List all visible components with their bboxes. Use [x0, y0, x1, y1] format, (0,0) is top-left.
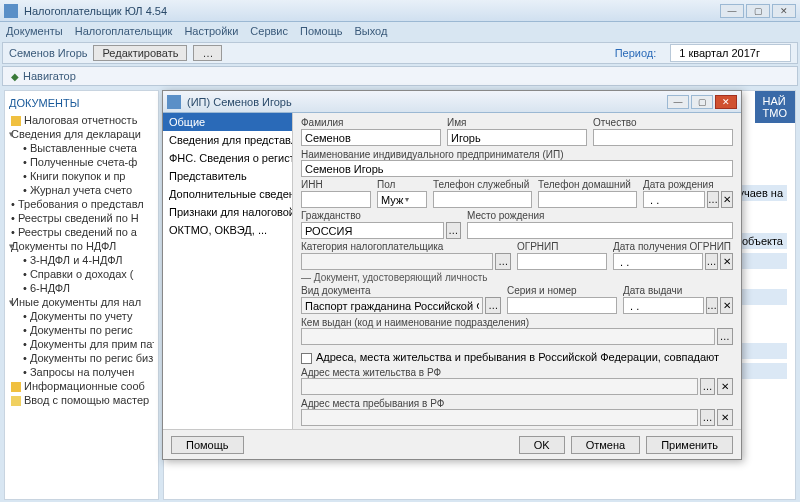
- dialog-minimize-button[interactable]: —: [667, 95, 689, 109]
- dob-input[interactable]: [643, 191, 705, 208]
- sidebar-heading: ДОКУМЕНТЫ: [9, 97, 154, 109]
- ogrnip-date-clear[interactable]: ✕: [720, 253, 733, 270]
- collapse-icon[interactable]: ▾: [9, 241, 14, 251]
- maximize-button[interactable]: ▢: [746, 4, 770, 18]
- addresses-same-row[interactable]: Адреса, места жительства и пребывания в …: [301, 351, 733, 364]
- issued-by-lookup[interactable]: …: [717, 328, 733, 345]
- ok-button[interactable]: OK: [519, 436, 565, 454]
- ogrnip-date-picker[interactable]: …: [705, 253, 718, 270]
- collapse-icon[interactable]: ▾: [9, 297, 14, 307]
- current-user: Семенов Игорь: [9, 47, 87, 59]
- document-section-label: — Документ, удостоверяющий личность: [301, 272, 733, 283]
- tree-item[interactable]: • Документы по регис: [9, 323, 154, 337]
- help-button[interactable]: Помощь: [171, 436, 244, 454]
- cancel-button[interactable]: Отмена: [571, 436, 640, 454]
- menu-help[interactable]: Помощь: [300, 25, 343, 37]
- issued-by-input[interactable]: [301, 328, 715, 345]
- dob-clear-button[interactable]: ✕: [721, 191, 733, 208]
- navigator-bar[interactable]: ◆ Навигатор: [2, 66, 798, 86]
- menu-service[interactable]: Сервис: [250, 25, 288, 37]
- collapse-icon[interactable]: ▾: [9, 129, 14, 139]
- tree-item[interactable]: Информационные сооб: [9, 379, 154, 393]
- citizenship-label: Гражданство: [301, 210, 461, 221]
- live-address-input[interactable]: [301, 409, 698, 426]
- tree-item[interactable]: • 3-НДФЛ и 4-НДФЛ: [9, 253, 154, 267]
- dialog-close-button[interactable]: ✕: [715, 95, 737, 109]
- ogrnip-date-input[interactable]: [613, 253, 703, 270]
- category-input[interactable]: [301, 253, 493, 270]
- sex-select[interactable]: Муж▾: [377, 191, 427, 208]
- tree-item[interactable]: • Требования о представл: [9, 197, 154, 211]
- dialog-title: (ИП) Семенов Игорь: [187, 96, 665, 108]
- tree-item[interactable]: • 6-НДФЛ: [9, 281, 154, 295]
- inn-input[interactable]: [301, 191, 371, 208]
- reg-address-clear[interactable]: ✕: [717, 378, 733, 395]
- toolbar: Семенов Игорь Редактировать … Период: 1 …: [2, 42, 798, 64]
- ogrnip-label: ОГРНИП: [517, 241, 607, 252]
- serial-input[interactable]: [507, 297, 617, 314]
- tree-item[interactable]: • Справки о доходах (: [9, 267, 154, 281]
- tree-item[interactable]: • Документы для прим патентной системы: [9, 337, 154, 351]
- minimize-button[interactable]: —: [720, 4, 744, 18]
- firstname-input[interactable]: [447, 129, 587, 146]
- nav-representative[interactable]: Представитель: [163, 167, 292, 185]
- apply-button[interactable]: Применить: [646, 436, 733, 454]
- menu-settings[interactable]: Настройки: [184, 25, 238, 37]
- nav-fns[interactable]: ФНС. Сведения о регистра: [163, 149, 292, 167]
- menu-documents[interactable]: Документы: [6, 25, 63, 37]
- nav-tax-flags[interactable]: Признаки для налоговой: [163, 203, 292, 221]
- tree-item[interactable]: Налоговая отчетность: [9, 113, 154, 127]
- tree-item[interactable]: Ввод с помощью мастер: [9, 393, 154, 407]
- menu-exit[interactable]: Выход: [355, 25, 388, 37]
- nav-oktmo[interactable]: ОКТМО, ОКВЭД, ...: [163, 221, 292, 239]
- tree-item[interactable]: • Документы по регис бизнеса: [9, 351, 154, 365]
- more-button[interactable]: …: [193, 45, 222, 61]
- surname-input[interactable]: [301, 129, 441, 146]
- home-phone-input[interactable]: [538, 191, 637, 208]
- nav-general[interactable]: Общие: [163, 113, 292, 131]
- tree-item[interactable]: • Реестры сведений по Н: [9, 211, 154, 225]
- home-phone-label: Телефон домашний: [538, 179, 637, 190]
- tree-item[interactable]: • Запросы на получен: [9, 365, 154, 379]
- tree-item[interactable]: • Журнал учета счето: [9, 183, 154, 197]
- tree-item[interactable]: • Документы по учету: [9, 309, 154, 323]
- doc-type-input[interactable]: [301, 297, 483, 314]
- ip-name-input[interactable]: [301, 160, 733, 177]
- tree-item[interactable]: ▾Сведения для деклараци: [9, 127, 154, 141]
- category-lookup-button[interactable]: …: [495, 253, 511, 270]
- tree-item[interactable]: ▾Документы по НДФЛ: [9, 239, 154, 253]
- citizenship-lookup-button[interactable]: …: [446, 222, 461, 239]
- reg-address-lookup[interactable]: …: [700, 378, 716, 395]
- work-phone-input[interactable]: [433, 191, 532, 208]
- live-address-lookup[interactable]: …: [700, 409, 716, 426]
- tree-item[interactable]: • Книги покупок и пр: [9, 169, 154, 183]
- tree-item[interactable]: • Реестры сведений по а: [9, 225, 154, 239]
- tree-item[interactable]: • Полученные счета-ф: [9, 155, 154, 169]
- patronymic-input[interactable]: [593, 129, 733, 146]
- addresses-same-checkbox[interactable]: [301, 353, 312, 364]
- birthplace-input[interactable]: [467, 222, 733, 239]
- dialog-titlebar: (ИП) Семенов Игорь — ▢ ✕: [163, 91, 741, 113]
- dob-picker-button[interactable]: …: [707, 191, 719, 208]
- issue-date-clear[interactable]: ✕: [720, 297, 733, 314]
- issued-by-label: Кем выдан (код и наименование подразделе…: [301, 317, 529, 328]
- doc-type-label: Вид документа: [301, 285, 501, 296]
- close-button[interactable]: ✕: [772, 4, 796, 18]
- citizenship-input[interactable]: [301, 222, 444, 239]
- tree-item[interactable]: ▾Иные документы для нал: [9, 295, 154, 309]
- issue-date-picker[interactable]: …: [706, 297, 719, 314]
- doc-type-lookup[interactable]: …: [485, 297, 501, 314]
- nav-submit-info[interactable]: Сведения для представл: [163, 131, 292, 149]
- period-selector[interactable]: 1 квартал 2017г: [670, 44, 791, 62]
- tree-item[interactable]: • Выставленные счета: [9, 141, 154, 155]
- dialog-maximize-button[interactable]: ▢: [691, 95, 713, 109]
- reg-address-input[interactable]: [301, 378, 698, 395]
- nav-additional[interactable]: Дополнительные сведения: [163, 185, 292, 203]
- issue-date-input[interactable]: [623, 297, 704, 314]
- menu-taxpayer[interactable]: Налогоплательщик: [75, 25, 173, 37]
- live-address-clear[interactable]: ✕: [717, 409, 733, 426]
- document-tree: Налоговая отчетность ▾Сведения для декла…: [9, 113, 154, 407]
- ogrnip-input[interactable]: [517, 253, 607, 270]
- edit-button[interactable]: Редактировать: [93, 45, 187, 61]
- ogrnip-date-label: Дата получения ОГРНИП: [613, 241, 733, 252]
